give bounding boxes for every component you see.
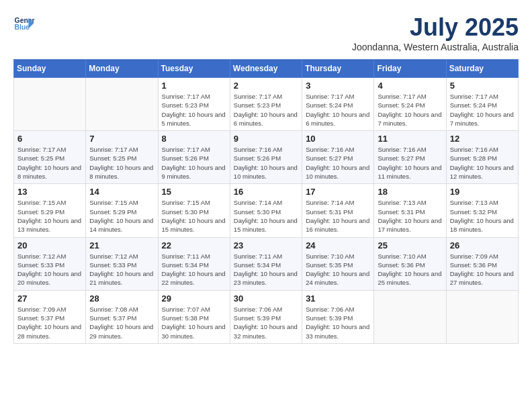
calendar-week-1: 1Sunrise: 7:17 AM Sunset: 5:23 PM Daylig… xyxy=(14,78,519,131)
calendar-cell: 20Sunrise: 7:12 AM Sunset: 5:33 PM Dayli… xyxy=(14,237,86,290)
day-info: Sunrise: 7:17 AM Sunset: 5:26 PM Dayligh… xyxy=(162,145,226,181)
column-header-thursday: Thursday xyxy=(302,60,374,78)
calendar-cell: 13Sunrise: 7:15 AM Sunset: 5:29 PM Dayli… xyxy=(14,184,86,237)
calendar-cell: 28Sunrise: 7:08 AM Sunset: 5:37 PM Dayli… xyxy=(86,290,158,343)
day-number: 24 xyxy=(306,240,370,250)
calendar-cell: 25Sunrise: 7:10 AM Sunset: 5:36 PM Dayli… xyxy=(374,237,446,290)
day-number: 20 xyxy=(17,240,82,250)
day-number: 16 xyxy=(234,187,298,197)
calendar-cell: 4Sunrise: 7:17 AM Sunset: 5:24 PM Daylig… xyxy=(374,78,446,131)
day-info: Sunrise: 7:09 AM Sunset: 5:37 PM Dayligh… xyxy=(17,305,82,340)
day-number: 23 xyxy=(234,240,298,250)
day-number: 6 xyxy=(17,134,82,144)
calendar-cell: 17Sunrise: 7:14 AM Sunset: 5:31 PM Dayli… xyxy=(302,184,374,237)
calendar-cell xyxy=(86,78,158,131)
day-info: Sunrise: 7:15 AM Sunset: 5:30 PM Dayligh… xyxy=(162,198,226,234)
calendar-week-2: 6Sunrise: 7:17 AM Sunset: 5:25 PM Daylig… xyxy=(14,131,519,184)
day-info: Sunrise: 7:14 AM Sunset: 5:31 PM Dayligh… xyxy=(306,198,370,234)
column-header-monday: Monday xyxy=(86,60,158,78)
day-number: 18 xyxy=(378,187,442,197)
day-number: 14 xyxy=(89,187,154,197)
main-title: July 2025 xyxy=(352,13,519,42)
calendar-cell: 9Sunrise: 7:16 AM Sunset: 5:26 PM Daylig… xyxy=(230,131,302,184)
column-header-tuesday: Tuesday xyxy=(158,60,230,78)
calendar-week-3: 13Sunrise: 7:15 AM Sunset: 5:29 PM Dayli… xyxy=(14,184,519,237)
calendar-cell: 7Sunrise: 7:17 AM Sunset: 5:25 PM Daylig… xyxy=(86,131,158,184)
calendar-cell: 1Sunrise: 7:17 AM Sunset: 5:23 PM Daylig… xyxy=(158,78,230,131)
day-info: Sunrise: 7:17 AM Sunset: 5:24 PM Dayligh… xyxy=(306,92,370,128)
day-info: Sunrise: 7:17 AM Sunset: 5:25 PM Dayligh… xyxy=(17,145,82,181)
day-info: Sunrise: 7:17 AM Sunset: 5:25 PM Dayligh… xyxy=(89,145,154,181)
day-info: Sunrise: 7:12 AM Sunset: 5:33 PM Dayligh… xyxy=(89,252,154,287)
calendar-cell: 30Sunrise: 7:06 AM Sunset: 5:39 PM Dayli… xyxy=(230,290,302,343)
day-info: Sunrise: 7:07 AM Sunset: 5:38 PM Dayligh… xyxy=(162,305,226,340)
day-info: Sunrise: 7:11 AM Sunset: 5:34 PM Dayligh… xyxy=(162,252,226,287)
day-info: Sunrise: 7:06 AM Sunset: 5:39 PM Dayligh… xyxy=(306,305,370,340)
calendar-cell: 21Sunrise: 7:12 AM Sunset: 5:33 PM Dayli… xyxy=(86,237,158,290)
day-number: 21 xyxy=(89,240,154,250)
calendar-table: SundayMondayTuesdayWednesdayThursdayFrid… xyxy=(13,59,519,344)
calendar-cell: 23Sunrise: 7:11 AM Sunset: 5:34 PM Dayli… xyxy=(230,237,302,290)
day-number: 26 xyxy=(450,240,515,250)
day-info: Sunrise: 7:16 AM Sunset: 5:26 PM Dayligh… xyxy=(234,145,298,181)
day-info: Sunrise: 7:10 AM Sunset: 5:35 PM Dayligh… xyxy=(306,252,370,287)
calendar-cell xyxy=(374,290,446,343)
logo-icon: General Blue xyxy=(13,13,35,35)
calendar-cell: 8Sunrise: 7:17 AM Sunset: 5:26 PM Daylig… xyxy=(158,131,230,184)
day-info: Sunrise: 7:12 AM Sunset: 5:33 PM Dayligh… xyxy=(17,252,82,287)
calendar-cell: 27Sunrise: 7:09 AM Sunset: 5:37 PM Dayli… xyxy=(14,290,86,343)
calendar-week-4: 20Sunrise: 7:12 AM Sunset: 5:33 PM Dayli… xyxy=(14,237,519,290)
day-info: Sunrise: 7:14 AM Sunset: 5:30 PM Dayligh… xyxy=(234,198,298,234)
subtitle: Joondanna, Western Australia, Australia xyxy=(352,42,519,52)
day-number: 19 xyxy=(450,187,515,197)
calendar-cell: 29Sunrise: 7:07 AM Sunset: 5:38 PM Dayli… xyxy=(158,290,230,343)
day-info: Sunrise: 7:15 AM Sunset: 5:29 PM Dayligh… xyxy=(17,198,82,234)
day-info: Sunrise: 7:13 AM Sunset: 5:31 PM Dayligh… xyxy=(378,198,442,234)
calendar-cell: 10Sunrise: 7:16 AM Sunset: 5:27 PM Dayli… xyxy=(302,131,374,184)
day-number: 5 xyxy=(450,81,515,91)
day-number: 8 xyxy=(162,134,226,144)
calendar-cell: 11Sunrise: 7:16 AM Sunset: 5:27 PM Dayli… xyxy=(374,131,446,184)
day-number: 4 xyxy=(378,81,442,91)
calendar-cell: 16Sunrise: 7:14 AM Sunset: 5:30 PM Dayli… xyxy=(230,184,302,237)
calendar-cell xyxy=(446,290,518,343)
day-info: Sunrise: 7:17 AM Sunset: 5:24 PM Dayligh… xyxy=(378,92,442,128)
day-number: 30 xyxy=(234,293,298,304)
day-info: Sunrise: 7:16 AM Sunset: 5:27 PM Dayligh… xyxy=(378,145,442,181)
day-info: Sunrise: 7:16 AM Sunset: 5:27 PM Dayligh… xyxy=(306,145,370,181)
day-number: 22 xyxy=(162,240,226,250)
day-info: Sunrise: 7:11 AM Sunset: 5:34 PM Dayligh… xyxy=(234,252,298,287)
column-header-friday: Friday xyxy=(374,60,446,78)
day-number: 11 xyxy=(378,134,442,144)
day-info: Sunrise: 7:17 AM Sunset: 5:23 PM Dayligh… xyxy=(162,92,226,128)
day-info: Sunrise: 7:17 AM Sunset: 5:24 PM Dayligh… xyxy=(450,92,515,128)
calendar-cell xyxy=(14,78,86,131)
title-section: July 2025 Joondanna, Western Australia, … xyxy=(352,13,519,52)
calendar-cell: 14Sunrise: 7:15 AM Sunset: 5:29 PM Dayli… xyxy=(86,184,158,237)
calendar-cell: 6Sunrise: 7:17 AM Sunset: 5:25 PM Daylig… xyxy=(14,131,86,184)
calendar-cell: 18Sunrise: 7:13 AM Sunset: 5:31 PM Dayli… xyxy=(374,184,446,237)
day-info: Sunrise: 7:10 AM Sunset: 5:36 PM Dayligh… xyxy=(378,252,442,287)
day-info: Sunrise: 7:17 AM Sunset: 5:23 PM Dayligh… xyxy=(234,92,298,128)
day-number: 31 xyxy=(306,293,370,304)
day-info: Sunrise: 7:09 AM Sunset: 5:36 PM Dayligh… xyxy=(450,252,515,287)
day-number: 25 xyxy=(378,240,442,250)
logo: General Blue xyxy=(13,13,35,35)
day-number: 13 xyxy=(17,187,82,197)
column-header-wednesday: Wednesday xyxy=(230,60,302,78)
day-number: 17 xyxy=(306,187,370,197)
day-number: 15 xyxy=(162,187,226,197)
calendar-week-5: 27Sunrise: 7:09 AM Sunset: 5:37 PM Dayli… xyxy=(14,290,519,343)
day-number: 28 xyxy=(89,293,154,304)
calendar-cell: 22Sunrise: 7:11 AM Sunset: 5:34 PM Dayli… xyxy=(158,237,230,290)
day-number: 27 xyxy=(17,293,82,304)
day-info: Sunrise: 7:06 AM Sunset: 5:39 PM Dayligh… xyxy=(234,305,298,340)
day-info: Sunrise: 7:08 AM Sunset: 5:37 PM Dayligh… xyxy=(89,305,154,340)
day-number: 10 xyxy=(306,134,370,144)
calendar-cell: 19Sunrise: 7:13 AM Sunset: 5:32 PM Dayli… xyxy=(446,184,518,237)
calendar-cell: 12Sunrise: 7:16 AM Sunset: 5:28 PM Dayli… xyxy=(446,131,518,184)
calendar-cell: 5Sunrise: 7:17 AM Sunset: 5:24 PM Daylig… xyxy=(446,78,518,131)
calendar-cell: 15Sunrise: 7:15 AM Sunset: 5:30 PM Dayli… xyxy=(158,184,230,237)
column-header-sunday: Sunday xyxy=(14,60,86,78)
page-header: General Blue July 2025 Joondanna, Wester… xyxy=(13,13,519,52)
